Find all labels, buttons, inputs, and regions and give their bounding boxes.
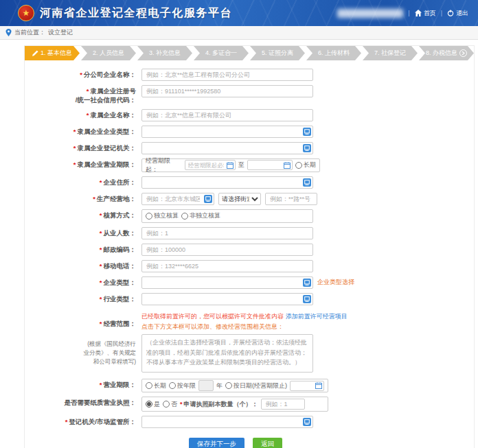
- term-by-date-option[interactable]: 按日期(经营期限止): [225, 381, 287, 390]
- field-label: *隶属企业营业期限：: [25, 158, 141, 169]
- nav-separator: |: [408, 10, 409, 16]
- copies-label-text: 申请执照副本数量（个）：: [184, 401, 258, 408]
- field-label: *移动电话：: [25, 260, 141, 271]
- required-mark: *: [73, 161, 76, 168]
- radio-label: 长期: [154, 381, 166, 390]
- business-scope-textarea[interactable]: （企业依法自主选择经营项目，开展经营活动；依法须经批准的项目，经相关部门批准后依…: [141, 334, 313, 373]
- field-label: *隶属企业企业类型：: [25, 126, 141, 137]
- registration-authority-input[interactable]: [141, 416, 313, 428]
- accounting-independent-option[interactable]: 独立核算: [146, 211, 179, 220]
- term-by-date-radio[interactable]: [225, 382, 232, 389]
- select-window-icon: [304, 145, 310, 151]
- term-long-option[interactable]: 长期: [146, 381, 166, 390]
- accounting-independent-radio[interactable]: [146, 213, 152, 220]
- header-nav: | 首页 | 退出: [337, 9, 468, 18]
- power-icon: [447, 10, 454, 16]
- tab-step-1-basic-info[interactable]: 1. 基本信息: [25, 46, 80, 60]
- label-text: 从业人数：: [104, 229, 137, 237]
- parent-term-long-radio[interactable]: [295, 162, 302, 169]
- label-text: 分公司企业名称：: [84, 71, 136, 78]
- term-long-radio[interactable]: [146, 382, 152, 389]
- parent-company-type-input[interactable]: [141, 126, 313, 138]
- label-text: 生产经营地：: [97, 195, 136, 202]
- calendar-icon[interactable]: [227, 162, 234, 169]
- required-mark: *: [80, 71, 82, 78]
- step-tabs: 1. 基本信息 2. 人员信息 3. 补充信息 4. 多证合一 5. 证照分离 …: [25, 46, 474, 60]
- breadcrumb: 当前位置： 设立登记: [0, 26, 478, 40]
- picker-icon[interactable]: [303, 144, 311, 152]
- tab-step-5-license-separation[interactable]: 5. 证照分离: [250, 46, 305, 60]
- label-text: 是否需要纸质营业执照：: [65, 399, 137, 406]
- field-business-term: *营业期限： 长期 按年限 年 按日期(经营期限止): [25, 379, 474, 392]
- label-text: 企业住所：: [104, 178, 137, 186]
- employee-count-input[interactable]: [141, 227, 313, 239]
- picker-icon[interactable]: [303, 128, 311, 136]
- add-prelicensed-items-link[interactable]: 添加前置许可经营项目: [286, 313, 348, 320]
- paper-license-no-option[interactable]: 否: [163, 400, 177, 409]
- picker-icon[interactable]: [303, 295, 311, 303]
- field-label: *登记机关/市场监管所：: [25, 416, 141, 427]
- branch-company-name-input[interactable]: [141, 69, 313, 81]
- paper-license-no-radio[interactable]: [163, 401, 170, 408]
- street-select[interactable]: 请选择街道: [218, 193, 261, 205]
- tab-step-8-tax-info[interactable]: 8. 办税信息: [419, 46, 474, 60]
- save-and-next-button[interactable]: 保存并下一步: [189, 438, 244, 448]
- logout-link[interactable]: 退出: [447, 9, 468, 18]
- required-mark: *: [100, 178, 102, 186]
- steps-next-icon[interactable]: [459, 49, 467, 57]
- tab-step-3-supplementary-info[interactable]: 3. 补充信息: [137, 46, 192, 60]
- field-branch-company-name: *分公司企业名称：: [25, 69, 474, 81]
- registration-form: *分公司企业名称： *隶属企业注册号 /统一社会信用代码： *隶属企业名称： *…: [25, 60, 474, 448]
- required-mark: *: [100, 229, 102, 237]
- select-window-icon: [304, 296, 310, 302]
- mobile-phone-input[interactable]: [141, 260, 313, 272]
- picker-icon[interactable]: [303, 178, 311, 187]
- nav-separator: |: [441, 10, 442, 16]
- parent-company-name-input[interactable]: [141, 109, 313, 121]
- label-text: 隶属企业营业期限：: [78, 161, 137, 168]
- company-type-input[interactable]: [141, 276, 313, 289]
- tab-step-4-multi-certificate[interactable]: 4. 多证合一: [194, 46, 249, 60]
- license-copies-input[interactable]: [261, 399, 305, 410]
- tab-step-2-personnel-info[interactable]: 2. 人员信息: [81, 46, 136, 60]
- term-by-years-option[interactable]: 按年限: [169, 381, 196, 390]
- required-mark: *: [180, 401, 183, 408]
- picker-icon[interactable]: [303, 279, 311, 287]
- calendar-icon[interactable]: [284, 162, 291, 169]
- paper-license-yes-option[interactable]: 是: [146, 400, 160, 409]
- business-scope-group: 已经取得前置许可的，您可以根据许可文件批准内容 添加前置许可经营项目 点击下方文…: [141, 309, 348, 375]
- paper-license-group: 是 否 *申请执照副本数量（个）：: [141, 397, 328, 412]
- required-mark: *: [100, 320, 102, 327]
- field-label: *隶属企业登记机关：: [25, 142, 141, 153]
- select-window-icon: [304, 129, 310, 134]
- business-scope-note: (根据《国民经济行 业分类》、有关规定 和公司章程填写): [25, 340, 136, 366]
- term-years-input[interactable]: [198, 380, 214, 391]
- parent-reg-authority-input[interactable]: [141, 142, 313, 154]
- home-link[interactable]: 首页: [415, 9, 436, 18]
- paper-license-yes-radio[interactable]: [146, 401, 152, 408]
- tab-step-6-upload-materials[interactable]: 6. 上传材料: [306, 46, 361, 60]
- parent-term-long-option[interactable]: 长期: [295, 161, 316, 169]
- company-type-select-link[interactable]: 企业类型选择: [317, 278, 354, 287]
- field-company-type: *企业类型： 企业类型选择: [25, 276, 474, 289]
- industry-type-input[interactable]: [141, 293, 313, 305]
- label-text: 隶属企业企业类型：: [78, 128, 137, 135]
- required-mark: *: [73, 144, 76, 152]
- term-by-years-radio[interactable]: [169, 382, 176, 389]
- postcode-input[interactable]: [141, 244, 313, 256]
- field-business-place: *生产经营地： 请选择街道: [25, 193, 474, 205]
- picker-icon[interactable]: [204, 195, 212, 203]
- label-text: 企业类型：: [104, 279, 137, 286]
- company-address-input[interactable]: [141, 176, 313, 189]
- tab-step-7-social-security[interactable]: 7. 社保登记: [363, 46, 418, 60]
- required-mark: *: [100, 295, 102, 303]
- business-scope-tips: 已经取得前置许可的，您可以根据许可文件批准内容 添加前置许可经营项目 点击下方文…: [141, 309, 348, 333]
- picker-icon[interactable]: [303, 418, 311, 426]
- parent-reg-number-input[interactable]: [141, 85, 313, 97]
- breadcrumb-prefix: 当前位置：: [14, 28, 45, 37]
- back-button[interactable]: 返回: [253, 438, 282, 448]
- accounting-non-independent-radio[interactable]: [181, 213, 188, 220]
- business-place-detail-input[interactable]: [265, 193, 317, 205]
- accounting-non-independent-option[interactable]: 非独立核算: [181, 211, 220, 220]
- calendar-icon[interactable]: [315, 382, 322, 389]
